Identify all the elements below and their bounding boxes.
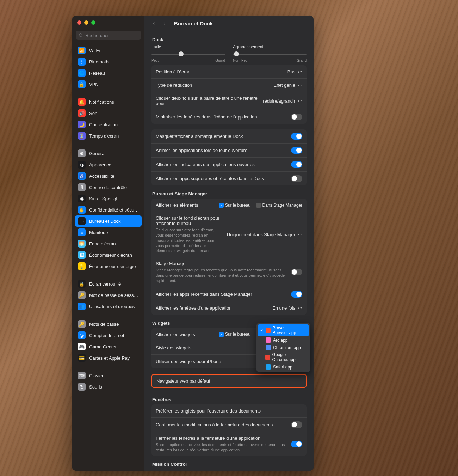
toggle-control[interactable] xyxy=(291,133,302,140)
select-control[interactable]: Effet génie▲▼ xyxy=(273,83,302,88)
wallet-icon: 💳 xyxy=(78,354,86,362)
browser-option-label: Google Chrome.app xyxy=(272,352,307,362)
gamecenter-icon: 🎮 xyxy=(78,343,86,350)
svg-line-1 xyxy=(82,36,82,37)
browser-option[interactable]: ✓Brave Browser.app xyxy=(258,324,309,336)
forward-button[interactable]: › xyxy=(161,20,168,27)
wallpaper-click-select[interactable]: Uniquement dans Stage Manager▲▼ xyxy=(227,232,302,237)
default-browser-label: Navigateur web par défaut xyxy=(156,378,249,384)
widgets-desktop-checkbox[interactable]: ✓ xyxy=(219,332,224,337)
sidebar-item-passwords[interactable]: 🔑Mots de passe xyxy=(75,318,142,330)
sidebar-item-energy[interactable]: 💡Économiseur d'énergie xyxy=(75,261,142,272)
setting-label: Type de réduction xyxy=(156,83,273,88)
confirm-changes-label: Confirmer les modifications à la fermetu… xyxy=(156,422,291,427)
controlcenter-icon: 🎚 xyxy=(78,183,86,191)
sidebar-item-accessibility[interactable]: ♿Accessibilité xyxy=(75,170,142,182)
prefer-tabs-label: Préférer les onglets pour l'ouverture de… xyxy=(156,408,302,414)
gear-icon: ⚙ xyxy=(78,149,86,157)
sidebar-item-label: Centre de contrôle xyxy=(89,185,127,190)
sidebar-item-gamecenter[interactable]: 🎮Game Center xyxy=(75,341,142,352)
users-icon: 👥 xyxy=(78,303,86,310)
dock-size-label: Taille xyxy=(151,44,225,49)
sidebar-item-label: Souris xyxy=(89,384,102,390)
display-icon: 🖥 xyxy=(78,228,86,236)
sidebar-item-bell[interactable]: 🔔Notifications xyxy=(75,96,142,108)
sidebar-item-wallpaper[interactable]: 🌅Fond d'écran xyxy=(75,238,142,249)
sidebar-item-label: Moniteurs xyxy=(89,230,109,235)
sidebar-item-wallet[interactable]: 💳Cartes et Apple Pay xyxy=(75,352,142,364)
sidebar-item-appearance[interactable]: ◑Apparence xyxy=(75,159,142,170)
sidebar-item-display[interactable]: 🖥Moniteurs xyxy=(75,227,142,238)
browser-icon xyxy=(265,355,270,360)
toggle-control[interactable] xyxy=(291,161,302,168)
sidebar-item-key[interactable]: 🔑Mot de passe de session xyxy=(75,289,142,301)
sidebar-item-siri[interactable]: ◉Siri et Spotlight xyxy=(75,193,142,204)
sidebar-item-moon[interactable]: 🌙Concentration xyxy=(75,119,142,130)
fullscreen-button[interactable] xyxy=(91,20,95,25)
sidebar-item-lock[interactable]: 🔒Écran verrouillé xyxy=(75,278,142,289)
sidebar-item-label: Fond d'écran xyxy=(89,241,116,246)
app-windows-select[interactable]: En une fois▲▼ xyxy=(272,305,302,311)
search-field[interactable]: Rechercher xyxy=(76,31,141,40)
sidebar-item-label: Cartes et Apple Pay xyxy=(89,355,130,361)
bluetooth-icon: ᛒ xyxy=(78,58,86,66)
select-control[interactable]: Bas▲▼ xyxy=(287,69,302,74)
minimize-button[interactable] xyxy=(84,20,88,25)
sidebar-item-sound[interactable]: 🔊Son xyxy=(75,108,142,119)
browser-option-label: Chromium.app xyxy=(273,345,301,350)
stage-recent-toggle[interactable] xyxy=(291,291,302,298)
browser-option[interactable]: Google Chrome.app xyxy=(258,351,309,363)
sidebar-item-label: Économiseur d'énergie xyxy=(89,264,136,269)
screensaver-icon: 🖼 xyxy=(78,251,86,259)
confirm-changes-toggle[interactable] xyxy=(291,421,302,428)
browser-option[interactable]: Safari.app xyxy=(258,363,309,371)
close-windows-label: Fermer les fenêtres à la fermeture d'une… xyxy=(156,435,287,441)
browser-option[interactable]: Chromium.app xyxy=(258,344,309,351)
sidebar-item-hand[interactable]: ✋Confidentialité et sécurité xyxy=(75,204,142,215)
back-button[interactable]: ‹ xyxy=(151,20,157,27)
sidebar-item-bluetooth[interactable]: ᛒBluetooth xyxy=(75,56,142,67)
setting-row: Masquer/afficher automatiquement le Dock xyxy=(151,129,307,144)
sidebar-item-network[interactable]: 🌐Réseau xyxy=(75,67,142,79)
default-browser-row: Navigateur web par défaut xyxy=(151,374,307,388)
sidebar-item-label: Game Center xyxy=(89,344,117,349)
page-title: Bureau et Dock xyxy=(174,20,213,26)
stage-manager-checkbox[interactable] xyxy=(256,203,261,208)
sidebar-item-users[interactable]: 👥Utilisateurs et groupes xyxy=(75,301,142,312)
search-placeholder: Rechercher xyxy=(85,33,109,38)
sidebar-item-mouse[interactable]: 🖱Souris xyxy=(75,381,142,392)
select-control[interactable]: réduire/agrandir▲▼ xyxy=(263,98,302,104)
sidebar-item-keyboard[interactable]: ⌨Clavier xyxy=(75,370,142,381)
magnification-slider[interactable] xyxy=(233,50,307,58)
energy-icon: 💡 xyxy=(78,262,86,270)
toggle-control[interactable] xyxy=(291,147,302,154)
sidebar-item-vpn[interactable]: 🔒VPN xyxy=(75,79,142,90)
stage-desktop-checkbox[interactable]: ✓ xyxy=(219,203,224,208)
sidebar-item-label: Général xyxy=(89,151,105,156)
close-button[interactable] xyxy=(77,20,81,25)
setting-label: Cliquer deux fois sur la barre de titre … xyxy=(156,96,263,106)
sidebar-item-label: VPN xyxy=(89,82,99,87)
svg-point-0 xyxy=(79,33,82,36)
sidebar: Rechercher 📶Wi-FiᛒBluetooth🌐Réseau🔒VPN🔔N… xyxy=(72,16,144,471)
sidebar-item-dock[interactable]: ▭Bureau et Dock xyxy=(75,215,142,227)
sidebar-item-screensaver[interactable]: 🖼Économiseur d'écran xyxy=(75,249,142,261)
toggle-control[interactable] xyxy=(291,175,302,182)
toggle-control[interactable] xyxy=(291,114,302,120)
browser-icon xyxy=(266,337,271,343)
sidebar-item-wifi[interactable]: 📶Wi-Fi xyxy=(75,45,142,56)
browser-option[interactable]: Arc.app xyxy=(258,336,309,344)
sidebar-item-gear[interactable]: ⚙Général xyxy=(75,148,142,159)
sidebar-item-at[interactable]: @Comptes Internet xyxy=(75,330,142,341)
stage-manager-toggle[interactable] xyxy=(291,269,302,275)
lock-icon: 🔒 xyxy=(78,280,86,288)
sidebar-item-label: Mots de passe xyxy=(89,322,119,327)
dock-size-slider[interactable] xyxy=(151,50,225,58)
hourglass-icon: ⏳ xyxy=(78,132,86,140)
browser-icon xyxy=(266,328,271,333)
browser-icon xyxy=(266,345,271,350)
sidebar-item-hourglass[interactable]: ⏳Temps d'écran xyxy=(75,130,142,141)
sidebar-item-controlcenter[interactable]: 🎚Centre de contrôle xyxy=(75,182,142,193)
close-windows-toggle[interactable] xyxy=(291,441,302,447)
window-controls xyxy=(72,16,144,29)
